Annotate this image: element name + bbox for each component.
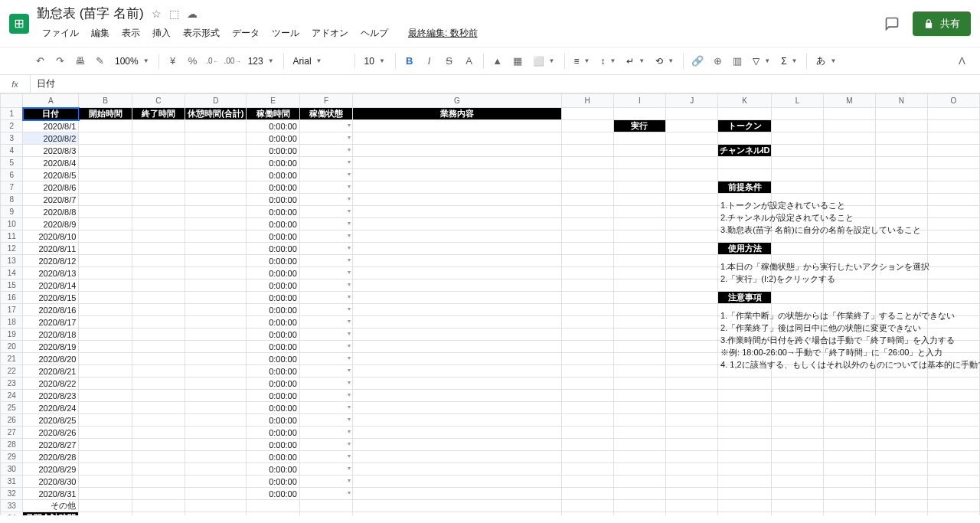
cell-H24[interactable]	[561, 390, 613, 402]
cell-J31[interactable]	[666, 476, 718, 488]
col-header-O[interactable]: O	[927, 94, 979, 108]
cell-I31[interactable]	[613, 476, 665, 488]
cell-H27[interactable]	[561, 427, 613, 439]
row-header-20[interactable]: 20	[1, 341, 23, 353]
cell-L22[interactable]	[771, 365, 823, 378]
cell-I9[interactable]	[613, 206, 665, 218]
cell-F22[interactable]	[299, 365, 352, 378]
cell-C18[interactable]	[132, 316, 185, 329]
star-icon[interactable]: ☆	[152, 8, 162, 20]
cell-H23[interactable]	[561, 378, 613, 390]
cell-I21[interactable]	[613, 353, 665, 365]
cell-A10[interactable]: 2020/8/9	[23, 218, 79, 230]
currency-button[interactable]: ¥	[164, 52, 182, 70]
cell-C7[interactable]	[132, 181, 185, 194]
collapse-toolbar-button[interactable]: ᐱ	[952, 52, 971, 70]
cell-L16[interactable]	[771, 292, 823, 304]
borders-button[interactable]: ▦	[508, 52, 527, 70]
cell-O9[interactable]	[927, 206, 979, 218]
cell-K14[interactable]: 2.「実行」(I:2)をクリックする	[718, 267, 772, 279]
cell-I26[interactable]	[613, 414, 665, 427]
cell-F2[interactable]	[299, 120, 352, 132]
cell-G32[interactable]	[353, 488, 562, 500]
cell-H32[interactable]	[561, 488, 613, 500]
cell-H11[interactable]	[561, 230, 613, 243]
cell-L3[interactable]	[771, 132, 823, 145]
col-header-G[interactable]: G	[353, 94, 562, 108]
cell-D25[interactable]	[185, 402, 247, 414]
cell-K28[interactable]	[718, 439, 772, 451]
cell-F14[interactable]	[299, 267, 352, 279]
cell-C5[interactable]	[132, 157, 185, 169]
cell-N26[interactable]	[875, 414, 927, 427]
cell-B26[interactable]	[79, 414, 132, 427]
cell-A16[interactable]: 2020/8/15	[23, 292, 79, 304]
cell-C23[interactable]	[132, 378, 185, 390]
bold-button[interactable]: B	[400, 52, 419, 70]
cell-A6[interactable]: 2020/8/5	[23, 169, 79, 181]
cell-K31[interactable]	[718, 476, 772, 488]
cell-G6[interactable]	[353, 169, 562, 181]
cell-M27[interactable]	[823, 427, 875, 439]
cell-D2[interactable]	[185, 120, 247, 132]
link-button[interactable]: 🔗	[688, 52, 707, 70]
cell-M3[interactable]	[823, 132, 875, 145]
cell-L6[interactable]	[771, 169, 823, 181]
cell-H4[interactable]	[561, 145, 613, 157]
cell-N15[interactable]	[875, 279, 927, 292]
cell-F23[interactable]	[299, 378, 352, 390]
cell-A13[interactable]: 2020/8/12	[23, 255, 79, 267]
cell-D18[interactable]	[185, 316, 247, 329]
cell-F30[interactable]	[299, 463, 352, 476]
cell-J28[interactable]	[666, 439, 718, 451]
cell-D12[interactable]	[185, 243, 247, 255]
cell-J1[interactable]	[666, 108, 718, 120]
cell-I22[interactable]	[613, 365, 665, 378]
cell-F10[interactable]	[299, 218, 352, 230]
cell-I33[interactable]	[613, 500, 665, 512]
cell-D3[interactable]	[185, 132, 247, 145]
menu-view[interactable]: 表示	[116, 25, 145, 42]
cell-B31[interactable]	[79, 476, 132, 488]
cell-N5[interactable]	[875, 157, 927, 169]
cell-O20[interactable]	[927, 341, 979, 353]
cell-D26[interactable]	[185, 414, 247, 427]
row-header-7[interactable]: 7	[1, 181, 23, 194]
cell-C22[interactable]	[132, 365, 185, 378]
cell-C3[interactable]	[132, 132, 185, 145]
cell-M8[interactable]	[823, 194, 875, 206]
cell-F15[interactable]	[299, 279, 352, 292]
ime-button[interactable]: あ▼	[812, 52, 841, 70]
cell-A2[interactable]: 2020/8/1	[23, 120, 79, 132]
cell-I8[interactable]	[613, 194, 665, 206]
cell-N17[interactable]	[875, 304, 927, 316]
cell-E1[interactable]: 稼働時間	[247, 108, 299, 120]
cell-C16[interactable]	[132, 292, 185, 304]
cell-N8[interactable]	[875, 194, 927, 206]
cell-O34[interactable]	[927, 512, 979, 516]
cell-L4[interactable]	[771, 145, 823, 157]
cell-F6[interactable]	[299, 169, 352, 181]
cell-J23[interactable]	[666, 378, 718, 390]
cell-B23[interactable]	[79, 378, 132, 390]
cell-A3[interactable]: 2020/8/2	[23, 132, 79, 145]
cell-O18[interactable]	[927, 316, 979, 329]
row-header-29[interactable]: 29	[1, 451, 23, 463]
rotate-button[interactable]: ⟲▼	[651, 52, 678, 70]
cell-M11[interactable]	[823, 230, 875, 243]
comment-button[interactable]: ⊕	[708, 52, 727, 70]
cell-F1[interactable]: 稼働状態	[299, 108, 352, 120]
col-header-C[interactable]: C	[132, 94, 185, 108]
cell-O13[interactable]	[927, 255, 979, 267]
cell-L15[interactable]	[771, 279, 823, 292]
cell-I1[interactable]	[613, 108, 665, 120]
col-header-A[interactable]: A	[23, 94, 79, 108]
cell-A1[interactable]: 日付	[23, 108, 79, 120]
cell-B22[interactable]	[79, 365, 132, 378]
cell-N16[interactable]	[875, 292, 927, 304]
cell-J8[interactable]	[666, 194, 718, 206]
cell-D19[interactable]	[185, 329, 247, 341]
cell-G1[interactable]: 業務内容	[353, 108, 562, 120]
col-header-M[interactable]: M	[823, 94, 875, 108]
cell-L17[interactable]	[771, 304, 823, 316]
